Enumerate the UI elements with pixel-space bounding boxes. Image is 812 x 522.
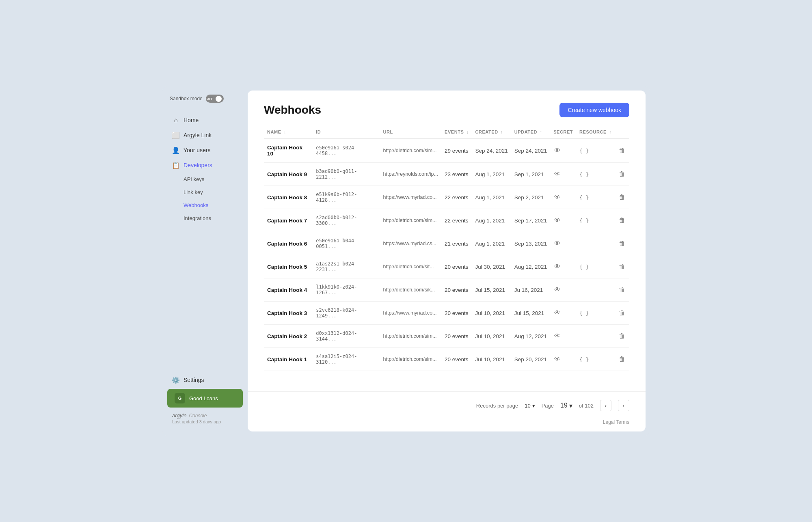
cell-secret: 👁 bbox=[550, 232, 576, 255]
cell-id: l1kk91k0-z024-1267... bbox=[313, 278, 380, 302]
cell-created: Aug 1, 2021 bbox=[472, 209, 511, 232]
col-id: ID bbox=[313, 125, 380, 139]
view-secret-button[interactable]: 👁 bbox=[553, 332, 561, 341]
page-chevron: ▾ bbox=[569, 402, 572, 410]
cell-url: http://dietrich.com/sim... bbox=[380, 325, 441, 348]
cell-updated: Sep 13, 2021 bbox=[511, 232, 550, 255]
delete-button[interactable]: 🗑 bbox=[618, 332, 626, 341]
cell-resource: { } bbox=[576, 163, 615, 186]
cell-url: https://www.myriad.cs... bbox=[380, 232, 441, 255]
updated-sort-icon: ↑ bbox=[540, 130, 542, 134]
legal-terms[interactable]: Legal Terms bbox=[248, 419, 646, 431]
cell-created: Jul 30, 2021 bbox=[472, 255, 511, 278]
delete-button[interactable]: 🗑 bbox=[618, 285, 626, 294]
cell-events: 22 events bbox=[441, 209, 472, 232]
sidebar: Sandbox mode OFF ⌂ Home ⬜ Argyle Link 👤 … bbox=[162, 86, 248, 436]
col-updated[interactable]: UPDATED ↑ bbox=[511, 125, 550, 139]
cell-delete: 🗑 bbox=[615, 255, 629, 278]
cell-secret: 👁 bbox=[550, 163, 576, 186]
argyle-footer: argyle Console Last updated 3 days ago bbox=[165, 409, 245, 427]
sidebar-item-developers[interactable]: 📋 Developers bbox=[165, 158, 245, 173]
company-badge[interactable]: G Good Loans bbox=[167, 389, 243, 408]
cell-resource bbox=[576, 278, 615, 302]
webhooks-table: NAME ↓ ID URL EVENTS ↓ bbox=[264, 125, 629, 371]
delete-button[interactable]: 🗑 bbox=[618, 308, 626, 317]
cell-events: 23 events bbox=[441, 163, 472, 186]
per-page-select[interactable]: 10 ▾ bbox=[525, 403, 535, 409]
cell-events: 20 events bbox=[441, 255, 472, 278]
table-row: Captain Hook 7 s2ad00b0-b012-3300... htt… bbox=[264, 209, 629, 232]
cell-delete: 🗑 bbox=[615, 348, 629, 371]
delete-button[interactable]: 🗑 bbox=[618, 193, 626, 202]
cell-resource: { } bbox=[576, 139, 615, 163]
resource-icon: { } bbox=[579, 310, 589, 316]
delete-button[interactable]: 🗑 bbox=[618, 262, 626, 271]
cell-delete: 🗑 bbox=[615, 325, 629, 348]
view-secret-button[interactable]: 👁 bbox=[553, 355, 561, 364]
col-name[interactable]: NAME ↓ bbox=[264, 125, 313, 139]
create-webhook-button[interactable]: Create new webhook bbox=[559, 103, 629, 117]
argyle-console-text: Console bbox=[189, 413, 207, 418]
view-secret-button[interactable]: 👁 bbox=[553, 146, 561, 155]
events-sort-icon: ↓ bbox=[466, 130, 469, 134]
sidebar-item-your-users[interactable]: 👤 Your users bbox=[165, 143, 245, 157]
sidebar-item-argyle-link[interactable]: ⬜ Argyle Link bbox=[165, 128, 245, 142]
table-row: Captain Hook 5 a1as22s1-b024-2231... htt… bbox=[264, 255, 629, 278]
delete-button[interactable]: 🗑 bbox=[618, 355, 626, 364]
sidebar-item-webhooks[interactable]: Webhooks bbox=[165, 199, 245, 211]
resource-icon: { } bbox=[579, 171, 589, 177]
cell-name: Captain Hook 1 bbox=[264, 348, 313, 371]
next-page-button[interactable]: › bbox=[618, 400, 629, 411]
cell-events: 20 events bbox=[441, 325, 472, 348]
your-users-icon: 👤 bbox=[172, 147, 179, 154]
col-url: URL bbox=[380, 125, 441, 139]
cell-url: https://reynolds.com/ip... bbox=[380, 163, 441, 186]
resource-icon: { } bbox=[579, 218, 589, 224]
page-label: Page bbox=[542, 403, 554, 409]
table-row: Captain Hook 9 b3ad90b0-g011-2212... htt… bbox=[264, 163, 629, 186]
view-secret-button[interactable]: 👁 bbox=[553, 193, 561, 202]
delete-button[interactable]: 🗑 bbox=[618, 239, 626, 248]
cell-resource: { } bbox=[576, 302, 615, 325]
view-secret-button[interactable]: 👁 bbox=[553, 216, 561, 225]
cell-secret: 👁 bbox=[550, 348, 576, 371]
cell-url: http://dietrich.com/sim... bbox=[380, 139, 441, 163]
col-created[interactable]: CREATED ↑ bbox=[472, 125, 511, 139]
cell-events: 20 events bbox=[441, 278, 472, 302]
page-number-select[interactable]: 19 ▾ bbox=[560, 402, 572, 410]
settings-label: Settings bbox=[184, 377, 204, 383]
col-actions bbox=[615, 125, 629, 139]
sidebar-item-link-key[interactable]: Link key bbox=[165, 186, 245, 198]
col-resource[interactable]: RESOURCE ↑ bbox=[576, 125, 615, 139]
cell-created: Jul 10, 2021 bbox=[472, 325, 511, 348]
sidebar-item-integrations[interactable]: Integrations bbox=[165, 212, 245, 224]
sandbox-label: Sandbox mode bbox=[170, 96, 203, 101]
delete-button[interactable]: 🗑 bbox=[618, 216, 626, 225]
cell-updated: Aug 12, 2021 bbox=[511, 325, 550, 348]
view-secret-button[interactable]: 👁 bbox=[553, 239, 561, 248]
sidebar-item-your-users-label: Your users bbox=[184, 147, 210, 153]
view-secret-button[interactable]: 👁 bbox=[553, 170, 561, 179]
col-events[interactable]: EVENTS ↓ bbox=[441, 125, 472, 139]
cell-id: s4sa12i5-z024-3120... bbox=[313, 348, 380, 371]
sidebar-item-settings[interactable]: ⚙️ Settings bbox=[165, 373, 245, 387]
cell-url: http://dietrich.com/sim... bbox=[380, 348, 441, 371]
delete-button[interactable]: 🗑 bbox=[618, 146, 626, 155]
prev-page-button[interactable]: ‹ bbox=[600, 400, 611, 411]
table-header: NAME ↓ ID URL EVENTS ↓ bbox=[264, 125, 629, 139]
view-secret-button[interactable]: 👁 bbox=[553, 285, 561, 294]
resource-icon: { } bbox=[579, 356, 589, 362]
sidebar-item-api-keys[interactable]: API keys bbox=[165, 173, 245, 186]
view-secret-button[interactable]: 👁 bbox=[553, 262, 561, 271]
cell-secret: 👁 bbox=[550, 139, 576, 163]
cell-events: 20 events bbox=[441, 302, 472, 325]
sandbox-toggle[interactable]: OFF bbox=[206, 95, 224, 103]
delete-button[interactable]: 🗑 bbox=[618, 170, 626, 179]
cell-url: https://www.myriad.co... bbox=[380, 302, 441, 325]
cell-secret: 👁 bbox=[550, 186, 576, 209]
per-page-value: 10 bbox=[525, 403, 530, 409]
cell-events: 20 events bbox=[441, 348, 472, 371]
view-secret-button[interactable]: 👁 bbox=[553, 308, 561, 317]
argyle-logo-text: argyle bbox=[172, 412, 186, 418]
sidebar-item-home[interactable]: ⌂ Home bbox=[165, 113, 245, 127]
